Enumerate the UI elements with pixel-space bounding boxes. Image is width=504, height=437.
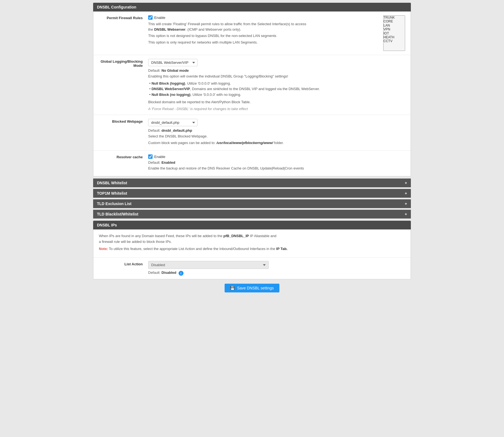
iface-iot[interactable]: IOT [383, 31, 405, 35]
dnsbl-config-title: DNSBL Configuration [97, 5, 136, 9]
resolver-cache-row: Resolver cache Enable Default: Enabled E… [93, 151, 411, 176]
permit-firewall-checkbox-row: Enable [148, 15, 380, 20]
blocked-webpage-default: Default: dnsbl_default.php [148, 128, 405, 133]
list-action-row: List Action Disabled Deny Inbound Deny O… [93, 258, 411, 279]
tld-exclusion-section: TLD Exclusion List + [93, 199, 411, 208]
permit-firewall-checkbox-label: Enable [154, 16, 165, 20]
info-icon[interactable]: i [179, 271, 184, 276]
resolver-cache-label: Resolver cache [93, 154, 148, 173]
global-logging-bullets: • Null Block (logging), Utilize '0.0.0.0… [149, 81, 405, 98]
permit-fw-desc2: This option is not designed to bypass DN… [148, 33, 380, 39]
blocked-webpage-desc1: Select the DNSBL Blocked Webpage. [148, 134, 405, 139]
list-action-content: Disabled Deny Inbound Deny Outbound Deny… [148, 260, 411, 276]
list-action-label: List Action [93, 260, 148, 276]
interface-select[interactable]: TRUNK CORE LAN VPN IOT HEATH CCTV [383, 15, 405, 51]
list-action-default: Default: Disabled [148, 271, 176, 275]
blocked-webpage-row: Blocked Webpage dnsbl_default.php Defaul… [93, 115, 411, 151]
global-logging-content: DNSBL WebServer/VIP Null Block (logging)… [148, 58, 411, 111]
bullet-3: • Null Block (no logging), Utilize '0.0.… [149, 92, 405, 98]
top1m-whitelist-plus-icon[interactable]: + [405, 191, 407, 196]
top1m-whitelist-header[interactable]: TOP1M Whitelist + [93, 189, 411, 198]
resolver-cache-content: Enable Default: Enabled Enable the backu… [148, 154, 411, 173]
blocked-report: Blocked domains will be reported to the … [148, 99, 405, 105]
iface-heath[interactable]: HEATH [383, 35, 405, 39]
force-reload-note: A 'Force Reload - DNSBL' is required for… [148, 107, 405, 111]
permit-firewall-label: Permit Firewall Rules [93, 15, 148, 51]
blocked-webpage-select[interactable]: dnsbl_default.php [148, 119, 197, 126]
blocked-webpage-path: /usr/local/www/pfblockerng/www/ [216, 141, 273, 145]
tld-blacklist-plus-icon[interactable]: + [405, 212, 407, 216]
interface-listbox: TRUNK CORE LAN VPN IOT HEATH CCTV [383, 15, 405, 51]
permit-firewall-content: Enable This will create 'Floating' Firew… [148, 15, 411, 51]
iface-cctv[interactable]: CCTV [383, 39, 405, 43]
dnsbl-ips-title: DNSBL IPs [97, 223, 117, 227]
resolver-cache-checkbox-label: Enable [154, 155, 165, 159]
tld-exclusion-label: TLD Exclusion List [97, 202, 131, 206]
ips-desc1: When IPs are found in any Domain based F… [99, 233, 405, 245]
collapsible-sections-wrapper: DNSBL Whitelist + TOP1M Whitelist + TLD … [93, 179, 411, 219]
dnsbl-ips-section: DNSBL IPs When IPs are found in any Doma… [93, 221, 411, 279]
dnsbl-ips-body: When IPs are found in any Domain based F… [93, 229, 411, 279]
permit-firewall-row: Permit Firewall Rules Enable This will c… [93, 12, 411, 55]
tld-exclusion-header[interactable]: TLD Exclusion List + [93, 199, 411, 208]
resolver-cache-default: Default: Enabled [148, 160, 405, 165]
bullet-1: • Null Block (logging), Utilize '0.0.0.0… [149, 81, 405, 87]
blocked-webpage-desc2: Custom block web pages can be added to: … [148, 140, 405, 146]
dnsbl-whitelist-header[interactable]: DNSBL Whitelist + [93, 179, 411, 187]
tld-exclusion-plus-icon[interactable]: + [405, 202, 407, 206]
top1m-whitelist-section: TOP1M Whitelist + [93, 189, 411, 198]
resolver-cache-desc: Enable the backup and restore of the DNS… [148, 166, 405, 171]
resolver-cache-checkbox-row: Enable [148, 154, 405, 159]
global-logging-label: Global Logging/Blocking Mode [93, 58, 148, 111]
permit-fw-desc1: This will create 'Floating' Firewall per… [148, 21, 380, 32]
dnsbl-whitelist-label: DNSBL Whitelist [97, 181, 127, 185]
save-section: 💾 Save DNSBL settings [93, 279, 411, 297]
list-action-select[interactable]: Disabled Deny Inbound Deny Outbound Deny… [148, 261, 269, 269]
iface-vpn[interactable]: VPN [383, 27, 405, 31]
dnsbl-whitelist-section: DNSBL Whitelist + [93, 179, 411, 187]
note-label: Note: [99, 247, 108, 251]
save-label: Save DNSBL settings [237, 286, 274, 290]
ips-note: Note: To utilize this feature, select th… [99, 246, 405, 252]
dnsbl-config-header: DNSBL Configuration [93, 3, 411, 12]
save-dnsbl-button[interactable]: 💾 Save DNSBL settings [225, 284, 279, 292]
save-icon: 💾 [230, 286, 235, 290]
bullet-2: • DNSBL WebServer/VIP, Domains are sinkh… [149, 86, 405, 92]
iface-core[interactable]: CORE [383, 19, 405, 23]
global-logging-select[interactable]: DNSBL WebServer/VIP Null Block (logging)… [148, 59, 197, 66]
global-logging-default: Default: No Global mode [148, 68, 405, 73]
dnsbl-config-body: Permit Firewall Rules Enable This will c… [93, 12, 411, 176]
global-logging-row: Global Logging/Blocking Mode DNSBL WebSe… [93, 55, 411, 115]
blocked-webpage-label: Blocked Webpage [93, 118, 148, 147]
permit-firewall-checkbox[interactable] [148, 15, 153, 20]
tld-blacklist-header[interactable]: TLD Blacklist/Whitelist + [93, 210, 411, 219]
resolver-cache-checkbox[interactable] [148, 154, 153, 159]
global-logging-desc1: Enabling this option will overide the in… [148, 74, 405, 79]
tld-blacklist-section: TLD Blacklist/Whitelist + [93, 210, 411, 219]
tld-blacklist-label: TLD Blacklist/Whitelist [97, 212, 138, 216]
dnsbl-ips-header: DNSBL IPs [93, 221, 411, 229]
permit-fw-desc3: This option is only required for network… [148, 40, 380, 45]
dnsbl-whitelist-plus-icon[interactable]: + [405, 181, 407, 185]
blocked-webpage-content: dnsbl_default.php Default: dnsbl_default… [148, 118, 411, 147]
iface-trunk[interactable]: TRUNK [383, 16, 405, 19]
top1m-whitelist-label: TOP1M Whitelist [97, 191, 127, 196]
iface-lan[interactable]: LAN [383, 24, 405, 27]
ips-info: When IPs are found in any Domain based F… [93, 229, 411, 258]
